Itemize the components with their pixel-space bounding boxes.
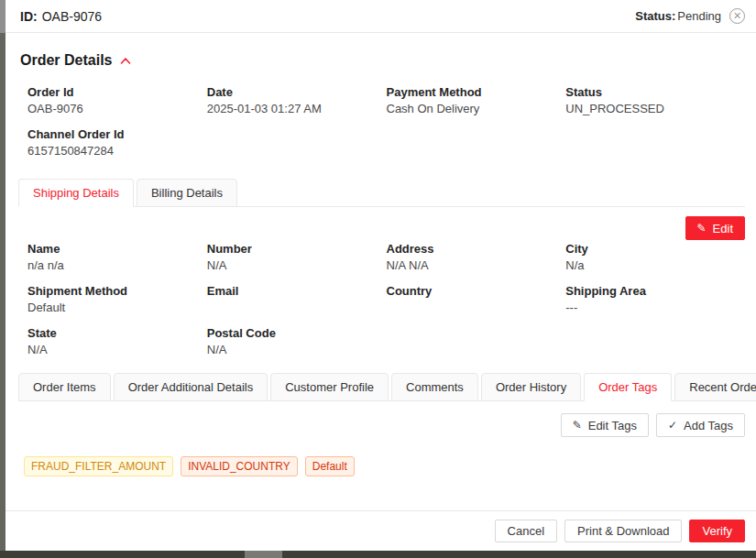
underlying-page-left-edge	[0, 0, 5, 558]
close-icon[interactable]: ✕	[729, 8, 745, 24]
field-label: Payment Method	[387, 85, 566, 100]
verify-button[interactable]: Verify	[689, 520, 745, 542]
field-value	[387, 301, 566, 315]
field-shipping-area: Shipping Area ---	[565, 284, 745, 315]
field-value: ---	[565, 301, 745, 315]
edit-button-label: Edit	[713, 222, 733, 235]
scrollbar-thumb[interactable]	[245, 551, 282, 558]
status-group: Status: Pending ✕	[635, 8, 745, 24]
field-value: OAB-9076	[27, 102, 207, 116]
tab-shipping-details[interactable]: Shipping Details	[18, 179, 134, 207]
tab-order-additional-details[interactable]: Order Additional Details	[114, 373, 268, 401]
field-label: Date	[207, 85, 387, 100]
collapse-chevron-up-icon[interactable]	[119, 56, 132, 66]
field-value: N/A	[27, 343, 207, 357]
order-tags-list: FRAUD_FILTER_AMOUNT INVALID_COUNTRY Defa…	[24, 456, 745, 476]
field-value: 2025-01-03 01:27 AM	[207, 102, 387, 116]
field-payment-method: Payment Method Cash On Delivery	[387, 85, 566, 116]
status-label: Status:	[635, 9, 675, 23]
field-value: Default	[27, 301, 207, 315]
field-label: Postal Code	[207, 326, 387, 341]
field-email: Email	[207, 284, 387, 315]
tab-order-tags[interactable]: Order Tags	[584, 373, 672, 401]
tab-order-items[interactable]: Order Items	[18, 373, 111, 401]
pencil-icon: ✎	[573, 419, 582, 432]
field-label: State	[27, 326, 207, 341]
status-value: Pending	[677, 9, 721, 23]
add-tags-label: Add Tags	[684, 419, 733, 432]
order-modal: ID:OAB-9076 Status: Pending ✕ Order Deta…	[5, 0, 756, 551]
horizontal-scrollbar[interactable]	[0, 551, 756, 558]
field-country: Country	[387, 284, 566, 315]
shipping-fields-grid: Name n/a n/a Number N/A Address N/A N/A …	[18, 242, 745, 357]
field-label: Email	[207, 284, 387, 299]
tab-billing-details[interactable]: Billing Details	[137, 179, 237, 207]
page: ID:OAB-9076 Status: Pending ✕ Order Deta…	[0, 0, 756, 558]
order-details-title: Order Details	[20, 52, 112, 69]
field-label: Order Id	[27, 85, 207, 100]
order-id-value: OAB-9076	[42, 9, 102, 24]
cancel-button[interactable]: Cancel	[495, 520, 557, 542]
field-label: Status	[565, 85, 745, 100]
edit-tags-button[interactable]: ✎ Edit Tags	[561, 413, 649, 437]
tag-invalid-country: INVALID_COUNTRY	[181, 456, 298, 476]
tab-comments[interactable]: Comments	[391, 373, 478, 401]
order-id-heading: ID:OAB-9076	[20, 9, 102, 24]
modal-header: ID:OAB-9076 Status: Pending ✕	[5, 0, 756, 33]
pencil-icon: ✎	[697, 222, 707, 235]
field-state: State N/A	[27, 326, 207, 357]
field-number: Number N/A	[207, 242, 387, 273]
field-address: Address N/A N/A	[387, 242, 566, 273]
detail-tabs: Order Items Order Additional Details Cus…	[18, 373, 745, 401]
tag-actions: ✎ Edit Tags ✓ Add Tags	[18, 413, 745, 437]
field-value: N/a	[565, 258, 745, 273]
order-id-label: ID:	[20, 9, 38, 24]
field-label: City	[565, 242, 745, 257]
field-status: Status UN_PROCESSED	[565, 85, 745, 116]
check-icon: ✓	[668, 419, 677, 432]
tab-recent-orders[interactable]: Recent Orders	[674, 373, 756, 401]
field-value: 6157150847284	[27, 144, 207, 159]
field-value: n/a n/a	[27, 258, 207, 273]
field-label: Number	[207, 242, 387, 257]
order-summary-grid: Order Id OAB-9076 Date 2025-01-03 01:27 …	[18, 85, 745, 159]
field-label: Address	[387, 242, 566, 257]
field-city: City N/a	[565, 242, 745, 273]
tag-fraud-filter-amount: FRAUD_FILTER_AMOUNT	[24, 456, 173, 476]
modal-body: Order Details Order Id OAB-9076 Date 202…	[5, 52, 756, 476]
print-download-button[interactable]: Print & Download	[564, 520, 682, 542]
edit-tags-label: Edit Tags	[588, 419, 637, 432]
field-shipment-method: Shipment Method Default	[27, 284, 207, 315]
field-label: Shipment Method	[27, 284, 207, 299]
add-tags-button[interactable]: ✓ Add Tags	[656, 413, 745, 437]
edit-button[interactable]: ✎ Edit	[685, 216, 745, 240]
tab-order-history[interactable]: Order History	[481, 373, 581, 401]
tab-customer-profile[interactable]: Customer Profile	[270, 373, 389, 401]
field-order-id: Order Id OAB-9076	[27, 85, 207, 116]
field-value: N/A	[207, 258, 387, 273]
field-name: Name n/a n/a	[27, 242, 207, 273]
field-label: Channel Order Id	[27, 127, 207, 142]
field-value: N/A	[207, 343, 387, 357]
field-date: Date 2025-01-03 01:27 AM	[207, 85, 387, 116]
shipping-edit-row: ✎ Edit	[18, 216, 745, 240]
field-value: N/A N/A	[387, 258, 566, 273]
field-channel-order-id: Channel Order Id 6157150847284	[27, 127, 207, 159]
tag-default: Default	[305, 456, 355, 476]
address-tabs: Shipping Details Billing Details	[18, 179, 745, 207]
field-label: Country	[387, 284, 566, 299]
field-value: Cash On Delivery	[387, 102, 566, 116]
order-details-header: Order Details	[20, 52, 745, 69]
field-value	[207, 301, 387, 315]
field-value: UN_PROCESSED	[565, 102, 745, 116]
field-label: Name	[27, 242, 207, 257]
field-postal-code: Postal Code N/A	[207, 326, 387, 357]
field-label: Shipping Area	[565, 284, 745, 299]
modal-footer: Cancel Print & Download Verify	[5, 510, 756, 551]
